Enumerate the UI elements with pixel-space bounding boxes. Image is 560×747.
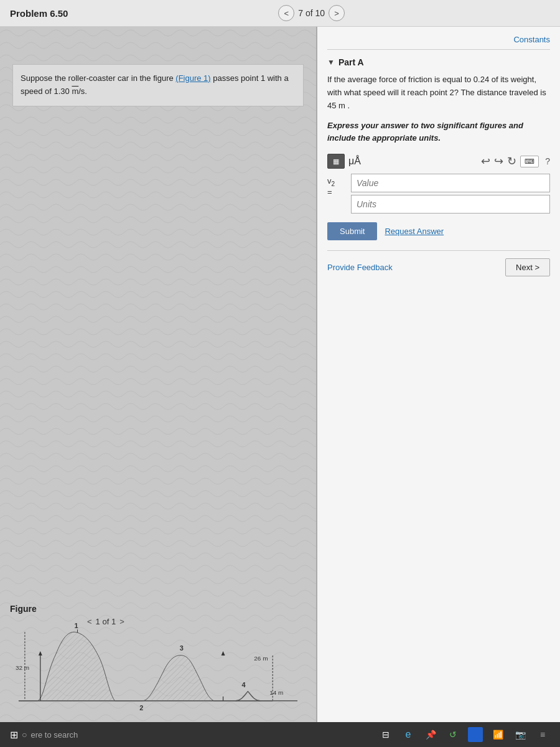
taskbar-blue-icon[interactable]	[468, 727, 483, 742]
provide-feedback-button[interactable]: Provide Feedback	[327, 263, 393, 272]
part-collapse-arrow[interactable]: ▼	[327, 58, 335, 67]
refresh-button[interactable]: ↻	[507, 154, 516, 168]
submit-button[interactable]: Submit	[327, 222, 377, 240]
next-problem-button[interactable]: >	[329, 5, 345, 21]
problem-title: Problem 6.50	[10, 8, 68, 19]
search-placeholder[interactable]: ere to search	[30, 730, 78, 740]
taskbar-pin-icon[interactable]: 📌	[423, 727, 438, 742]
svg-text:4: 4	[241, 681, 246, 688]
svg-rect-0	[0, 27, 316, 723]
wave-decoration	[0, 27, 316, 723]
request-answer-button[interactable]: Request Answer	[385, 227, 444, 236]
svg-text:32 m: 32 m	[16, 664, 29, 671]
mu-symbol: μÅ	[348, 156, 361, 167]
value-input[interactable]	[351, 174, 550, 192]
action-buttons: Submit Request Answer	[327, 222, 550, 240]
problem-counter: 7 of 10	[298, 8, 325, 18]
taskbar-menu-icon[interactable]: ≡	[535, 727, 550, 742]
svg-text:26 m: 26 m	[254, 655, 268, 662]
matrix-template-button[interactable]: ▦	[327, 154, 345, 169]
units-input[interactable]	[351, 195, 550, 214]
svg-text:14 m: 14 m	[269, 689, 283, 696]
answer-toolbar: ▦ μÅ ↩ ↪ ↻ ⌨ ?	[327, 154, 550, 169]
redo-button[interactable]: ↪	[494, 154, 503, 168]
answer-input-row: v2 =	[327, 174, 550, 214]
constants-link[interactable]: Constants	[513, 35, 550, 44]
taskbar: ⊞ ○ ere to search ⊟ e 📌 ↺ 📶 📷 ≡	[0, 722, 560, 747]
right-panel: Constants ▼ Part A If the average force …	[317, 27, 560, 723]
figure-next-button[interactable]: >	[119, 617, 124, 626]
taskbar-desktop-icon[interactable]: ⊟	[378, 727, 393, 742]
figure-link[interactable]: (Figure 1)	[175, 73, 210, 83]
question-text: If the average force of friction is equa…	[327, 73, 550, 112]
windows-start-icon[interactable]: ⊞	[10, 729, 18, 741]
svg-marker-14	[39, 651, 42, 655]
feedback-row: Provide Feedback Next >	[327, 258, 550, 276]
constants-area: Constants	[327, 34, 550, 44]
taskbar-camera-icon[interactable]: 📷	[513, 727, 528, 742]
figure-navigation: < 1 of 1 >	[87, 617, 124, 626]
svg-text:2: 2	[139, 704, 143, 710]
svg-marker-17	[222, 651, 225, 655]
part-header: ▼ Part A	[327, 57, 550, 67]
keyboard-button[interactable]: ⌨	[520, 156, 539, 167]
problem-navigation: < 7 of 10 >	[278, 5, 345, 21]
undo-button[interactable]: ↩	[481, 154, 490, 168]
svg-text:3: 3	[180, 644, 184, 652]
express-note: Express your answer to two significant f…	[327, 120, 550, 144]
main-container: Suppose the roller-coaster car in the fi…	[0, 27, 560, 723]
taskbar-wifi-icon[interactable]: 📶	[490, 727, 505, 742]
matrix-icon: ▦	[333, 157, 339, 166]
taskbar-icons: ⊟ e 📌 ↺ 📶 📷 ≡	[378, 727, 550, 742]
next-icon: >	[334, 9, 339, 18]
taskbar-refresh-icon[interactable]: ↺	[446, 727, 460, 742]
search-icon: ○	[22, 730, 27, 740]
search-area: ⊞ ○ ere to search	[10, 729, 78, 741]
answer-label: v2 =	[327, 176, 346, 197]
roller-coaster-figure: 1 3 4 2 32 m 26 m 14 m	[12, 623, 304, 710]
top-bar: Problem 6.50 < 7 of 10 >	[0, 0, 560, 27]
answer-inputs	[351, 174, 550, 214]
part-title: Part A	[338, 57, 364, 67]
figure-prev-button[interactable]: <	[87, 617, 92, 626]
figure-label: Figure	[10, 604, 37, 614]
prev-problem-button[interactable]: <	[278, 5, 294, 21]
prev-icon: <	[284, 9, 289, 18]
help-button[interactable]: ?	[545, 156, 550, 166]
taskbar-edge-icon[interactable]: e	[401, 727, 416, 742]
roller-coaster-svg: 1 3 4 2 32 m 26 m 14 m	[12, 623, 304, 710]
left-problem-text: Suppose the roller-coaster car in the fi…	[21, 72, 296, 98]
next-button[interactable]: Next >	[505, 258, 550, 276]
svg-text:1: 1	[75, 623, 78, 629]
left-panel: Suppose the roller-coaster car in the fi…	[0, 27, 317, 723]
figure-page-label: 1 of 1	[96, 617, 116, 626]
